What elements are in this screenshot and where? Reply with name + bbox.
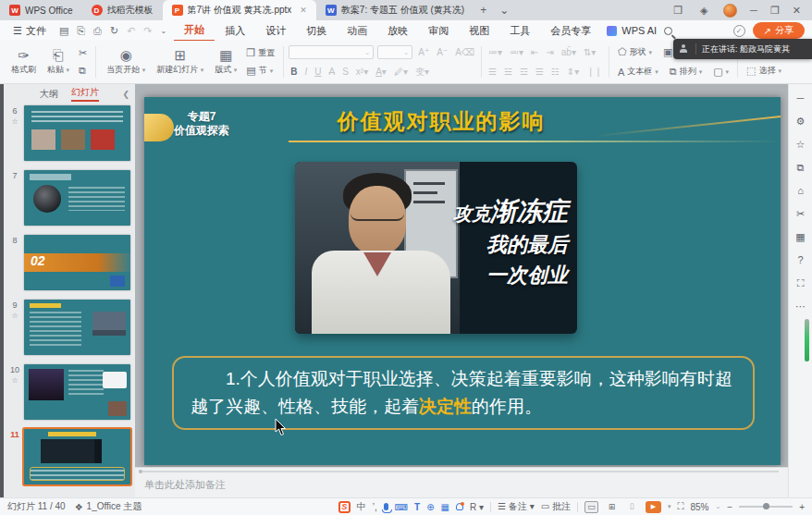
slide-thumbnail[interactable] [24, 105, 130, 161]
slide-title[interactable]: 价值观对职业的影响 [300, 107, 583, 136]
ime-skin-icon[interactable]: T [414, 502, 420, 512]
layout-panel-icon[interactable]: ▦ [794, 230, 807, 243]
shapes-button[interactable]: ⬠ 形状▾ [614, 45, 656, 59]
decrease-indent-button[interactable]: ⇤ [529, 47, 540, 57]
slide-sorter-view-button[interactable]: ⊞ [605, 501, 619, 513]
columns-button[interactable]: ❘❘ [584, 67, 604, 77]
smart-tools-icon[interactable]: ✂ [794, 207, 807, 220]
superscript-button[interactable]: x²▾ [354, 67, 370, 77]
ime-punctuation-icon[interactable]: ’, [373, 502, 377, 512]
zoom-slider[interactable] [739, 506, 793, 508]
bullets-button[interactable]: ≔▾ [486, 47, 504, 57]
video-frame[interactable]: 攻克渐冻症 我的最后 一次创业 [295, 162, 577, 334]
zoom-chevron[interactable]: ⌄ [715, 503, 720, 510]
reading-view-button[interactable]: ⌷ [625, 501, 639, 513]
fullscreen-icon[interactable]: ⛶ [677, 501, 683, 512]
slide-canvas[interactable]: 专题7 价值观探索 价值观对职业的影响 攻克渐冻症 [144, 97, 781, 465]
ime-circle-icon[interactable]: ⊕ [426, 502, 434, 512]
export-pdf-icon[interactable]: ⎘ [77, 25, 85, 37]
reset-button[interactable]: ❒ 重置 [242, 46, 278, 60]
sync-status-icon[interactable]: ✓ [733, 25, 745, 37]
tab-presentation-file[interactable]: P 第7讲 价值观 黄其冼.pptx ✕ [163, 0, 316, 20]
ime-mode-button[interactable]: R ▾ [470, 502, 484, 512]
decrease-font-icon[interactable]: A⁻ [435, 47, 449, 57]
menu-review[interactable]: 审阅 [418, 21, 459, 41]
clear-format-icon[interactable]: A⌫ [453, 47, 476, 57]
justify-button[interactable]: ☰ [534, 67, 546, 77]
increase-font-icon[interactable]: A⁺ [416, 47, 431, 57]
tab-list-chevron[interactable]: ⌄ [493, 0, 515, 20]
resource-library-icon[interactable]: ⌂ [794, 184, 807, 197]
paste-button[interactable]: ⎗ 粘贴 ▾ [42, 43, 75, 81]
print-icon[interactable]: ⎙ [93, 25, 102, 37]
zoom-level[interactable]: 85% [690, 502, 708, 512]
align-right-button[interactable]: ☲ [518, 67, 530, 77]
slide-thumbnail[interactable]: 02 [24, 235, 130, 290]
font-family-combo[interactable]: ⌄ [289, 45, 374, 59]
properties-icon[interactable]: ⚙ [794, 115, 807, 128]
sogou-ime-icon[interactable]: S [338, 501, 351, 513]
notes-splitter[interactable] [142, 471, 779, 472]
redo-icon[interactable]: ↷ [143, 25, 152, 37]
line-spacing-button[interactable]: ⇕▾ [565, 67, 581, 77]
distribute-button[interactable]: ☷ [549, 67, 561, 77]
ime-lang-toggle[interactable]: 中 [357, 500, 366, 513]
favorites-star-icon[interactable]: ☆ [794, 138, 807, 151]
increase-indent-button[interactable]: ⇥ [544, 47, 555, 57]
ime-notification-bell-icon[interactable] [456, 503, 463, 510]
theme-indicator[interactable]: ❖ 1_Office 主题 [75, 500, 142, 513]
section-button[interactable]: ▤ 节 ▾ [242, 64, 278, 78]
play-options-chevron[interactable]: ▾ [668, 503, 671, 510]
new-tab-button[interactable]: + [474, 0, 493, 20]
arrange-button[interactable]: ⧉ 排列▾ [666, 65, 706, 79]
skin-theme-icon[interactable]: ◈ [697, 4, 710, 17]
scrollbar-thumb[interactable] [805, 319, 809, 362]
zoom-in-button[interactable]: + [799, 502, 805, 512]
normal-view-button[interactable]: ▭ [584, 501, 598, 513]
char-effect-button[interactable]: 变▾ [413, 66, 431, 79]
help-icon[interactable]: ? [794, 253, 807, 266]
format-painter-button[interactable]: ✑ 格式刷 [6, 43, 42, 81]
slide-thumbnail[interactable] [24, 429, 130, 484]
font-color-button[interactable]: A▾ [374, 67, 388, 77]
align-center-button[interactable]: ☱ [502, 67, 514, 77]
collapse-icon[interactable]: ─ [794, 92, 807, 104]
user-avatar[interactable] [723, 4, 737, 18]
ime-keyboard-icon[interactable]: ⌨ [395, 502, 408, 512]
share-button[interactable]: ↗ 分享 [753, 22, 805, 39]
tab-docer-templates[interactable]: D 找稻壳模板 [82, 0, 163, 20]
menu-insert[interactable]: 插入 [215, 21, 255, 41]
char-spacing-button[interactable]: ab̄▾ [560, 47, 578, 57]
save-icon[interactable]: ▤ [59, 25, 68, 37]
menu-member[interactable]: 会员专享 [540, 21, 601, 41]
ime-toolbox-icon[interactable]: ▦ [441, 502, 449, 512]
tab-word-document[interactable]: W 教案7: 专题五 价值观 (黄其冼) [316, 0, 474, 20]
file-menu[interactable]: ☰ 文件 [7, 24, 52, 38]
strikethrough-button[interactable]: A [326, 67, 337, 77]
search-icon[interactable] [664, 27, 672, 35]
slide-thumbnail[interactable] [24, 300, 130, 355]
textbox-button[interactable]: A 文本框▾ [614, 65, 662, 79]
cut-button[interactable]: ✂ [75, 46, 91, 60]
copy-button[interactable]: ⧉ [75, 64, 91, 78]
zoom-out-button[interactable]: − [727, 502, 732, 512]
key-point-textbox[interactable]: 1.个人价值观对于职业选择、决策起着重要影响，这种影响有时超越了兴趣、性格、技能… [172, 356, 755, 430]
highlight-button[interactable]: 🖉▾ [392, 67, 410, 77]
sidebar-layout-icon[interactable]: ❒ [671, 4, 684, 17]
template-gift-icon[interactable]: ⛶ [794, 276, 807, 289]
quick-style-button[interactable]: ▢▾ [709, 65, 732, 79]
menu-slideshow[interactable]: 放映 [377, 21, 418, 41]
close-button[interactable]: ✕ [793, 5, 801, 17]
tab-wps-home[interactable]: W WPS Office [0, 0, 82, 20]
numbering-button[interactable]: ≕▾ [508, 47, 525, 57]
restore-button[interactable]: ❐ [770, 5, 780, 17]
topic-badge[interactable]: 专题7 价值观探索 [157, 110, 246, 138]
undo-icon[interactable]: ↶ [127, 25, 135, 37]
select-button[interactable]: ⬚ 选择▾ [743, 64, 785, 78]
tab-outline[interactable]: 大纲 [40, 88, 58, 101]
slideshow-play-button[interactable]: ▶ [646, 501, 661, 513]
font-size-combo[interactable]: ⌄ [377, 45, 412, 59]
wps-ai-button[interactable]: WPS AI [607, 25, 657, 36]
italic-button[interactable]: I [302, 67, 309, 77]
menu-design[interactable]: 设计 [255, 21, 296, 41]
